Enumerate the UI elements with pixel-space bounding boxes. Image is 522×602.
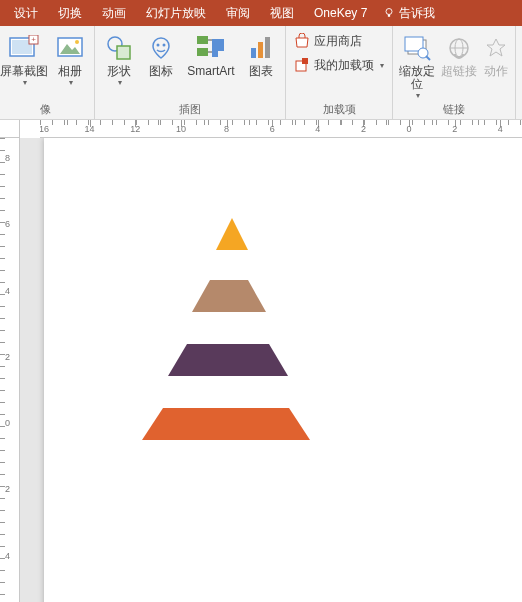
svg-rect-14 — [197, 48, 208, 56]
chevron-down-icon: ▾ — [118, 78, 122, 87]
pyramid-level-2[interactable] — [192, 280, 266, 312]
svg-rect-13 — [197, 36, 208, 44]
svg-marker-15 — [212, 39, 224, 57]
horizontal-ruler: 161412108642024 — [40, 120, 522, 138]
svg-rect-1 — [388, 15, 390, 17]
smartart-icon — [195, 32, 227, 64]
hyperlink-button[interactable]: 超链接 — [439, 30, 479, 78]
svg-rect-21 — [302, 58, 308, 64]
tab-animations[interactable]: 动画 — [92, 0, 136, 26]
action-button[interactable]: 动作 — [481, 30, 511, 78]
svg-marker-19 — [296, 38, 308, 47]
svg-point-11 — [157, 44, 160, 47]
svg-point-12 — [163, 44, 166, 47]
tab-view[interactable]: 视图 — [260, 0, 304, 26]
vertical-ruler: 8642024 — [0, 138, 20, 602]
svg-rect-16 — [251, 48, 256, 58]
workspace: 8642024 — [0, 138, 522, 602]
group-label-images: 像 — [0, 101, 90, 119]
group-images-partial: + 屏幕截图 ▾ 相册 ▾ 像 — [0, 26, 95, 119]
smartart-button[interactable]: SmartArt — [183, 30, 239, 78]
svg-text:+: + — [31, 35, 36, 44]
group-links: 缩放定 位 ▾ 超链接 动作 链接 — [393, 26, 516, 119]
tab-slideshow[interactable]: 幻灯片放映 — [136, 0, 216, 26]
shapes-icon — [103, 32, 135, 64]
tab-review[interactable]: 审阅 — [216, 0, 260, 26]
screenshot-button[interactable]: + 屏幕截图 ▾ — [0, 30, 48, 87]
chevron-down-icon: ▾ — [23, 78, 27, 87]
svg-rect-18 — [265, 37, 270, 58]
ribbon: + 屏幕截图 ▾ 相册 ▾ 像 形状 ▾ — [0, 26, 522, 120]
store-button[interactable]: 应用商店 — [290, 30, 388, 52]
photo-album-button[interactable]: 相册 ▾ — [50, 30, 90, 87]
icons-icon — [145, 32, 177, 64]
slide-canvas-area[interactable] — [20, 138, 522, 602]
svg-point-0 — [386, 9, 392, 15]
group-label-illustrations: 插图 — [99, 101, 281, 119]
group-label-links: 链接 — [397, 101, 511, 119]
tab-design[interactable]: 设计 — [4, 0, 48, 26]
pyramid-level-3[interactable] — [168, 344, 288, 376]
my-addins-button[interactable]: 我的加载项 ▾ — [290, 54, 388, 76]
chart-icon — [245, 32, 277, 64]
chart-button[interactable]: 图表 — [241, 30, 281, 78]
tab-transitions[interactable]: 切换 — [48, 0, 92, 26]
pyramid-level-4[interactable] — [142, 408, 310, 440]
ruler-corner — [0, 120, 20, 138]
svg-marker-29 — [487, 39, 505, 56]
action-icon — [480, 32, 512, 64]
svg-line-25 — [426, 56, 430, 60]
chevron-down-icon: ▾ — [416, 91, 420, 100]
zoom-button[interactable]: 缩放定 位 ▾ — [397, 30, 437, 100]
zoom-icon — [401, 32, 433, 64]
addins-icon — [294, 57, 310, 73]
group-label-addins: 加载项 — [290, 101, 388, 119]
tell-me-label: 告诉我 — [399, 5, 435, 22]
icons-button[interactable]: 图标 — [141, 30, 181, 78]
tell-me-search[interactable]: 告诉我 — [377, 5, 441, 22]
hyperlink-icon — [443, 32, 475, 64]
chevron-down-icon: ▾ — [69, 78, 73, 87]
lightbulb-icon — [383, 7, 395, 19]
pyramid-level-1[interactable] — [216, 218, 248, 250]
shapes-button[interactable]: 形状 ▾ — [99, 30, 139, 87]
tab-onekey7[interactable]: OneKey 7 — [304, 0, 377, 26]
screenshot-icon: + — [8, 32, 40, 64]
svg-rect-17 — [258, 42, 263, 58]
store-icon — [294, 33, 310, 49]
group-illustrations: 形状 ▾ 图标 SmartArt 图表 插图 — [95, 26, 286, 119]
chevron-down-icon: ▾ — [380, 61, 384, 70]
group-addins: 应用商店 我的加载项 ▾ 加载项 — [286, 26, 393, 119]
svg-point-8 — [75, 40, 79, 44]
ribbon-tabs: 设计 切换 动画 幻灯片放映 审阅 视图 OneKey 7 告诉我 — [0, 0, 522, 26]
svg-rect-10 — [117, 46, 130, 59]
slide[interactable] — [44, 138, 522, 602]
photo-album-icon — [54, 32, 86, 64]
